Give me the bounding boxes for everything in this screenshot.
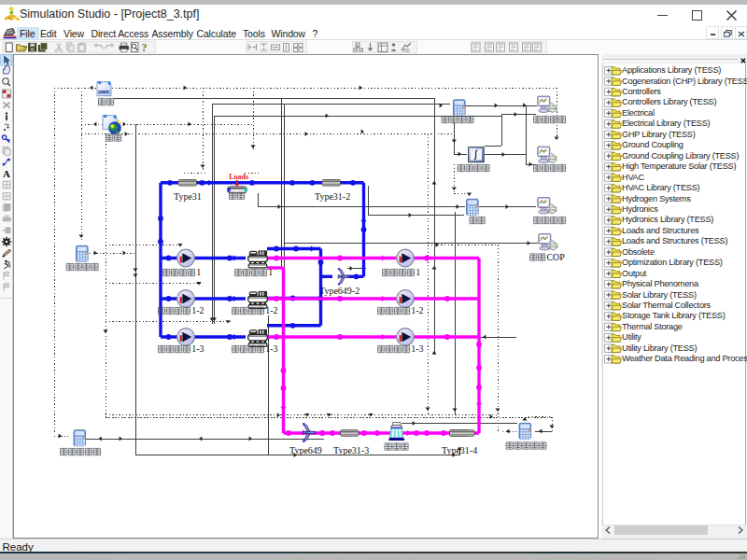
svg-text:1-2: 1-2: [411, 305, 423, 315]
svg-text:Type31-3: Type31-3: [333, 445, 369, 455]
svg-text:1-3: 1-3: [191, 343, 204, 354]
svg-text:Type31-4: Type31-4: [442, 445, 477, 455]
svg-text:1: 1: [268, 267, 273, 277]
svg-text:Type649-2: Type649-2: [319, 286, 359, 296]
svg-text:Type649: Type649: [289, 445, 322, 455]
svg-text:1: 1: [196, 267, 201, 277]
svg-text:1-3: 1-3: [411, 343, 423, 354]
svg-text:1-3: 1-3: [265, 343, 277, 354]
svg-text:1: 1: [416, 267, 420, 277]
svg-text:PID: PID: [402, 49, 410, 53]
svg-text:A: A: [3, 168, 10, 179]
svg-text:COP: COP: [546, 252, 565, 262]
svg-text:?: ?: [142, 41, 148, 54]
svg-text:Type31: Type31: [174, 191, 202, 202]
svg-text:Type31-2: Type31-2: [315, 191, 350, 202]
svg-text:1-2: 1-2: [265, 305, 277, 315]
svg-text:1-2: 1-2: [191, 305, 204, 315]
svg-text:Loads: Loads: [229, 173, 248, 181]
